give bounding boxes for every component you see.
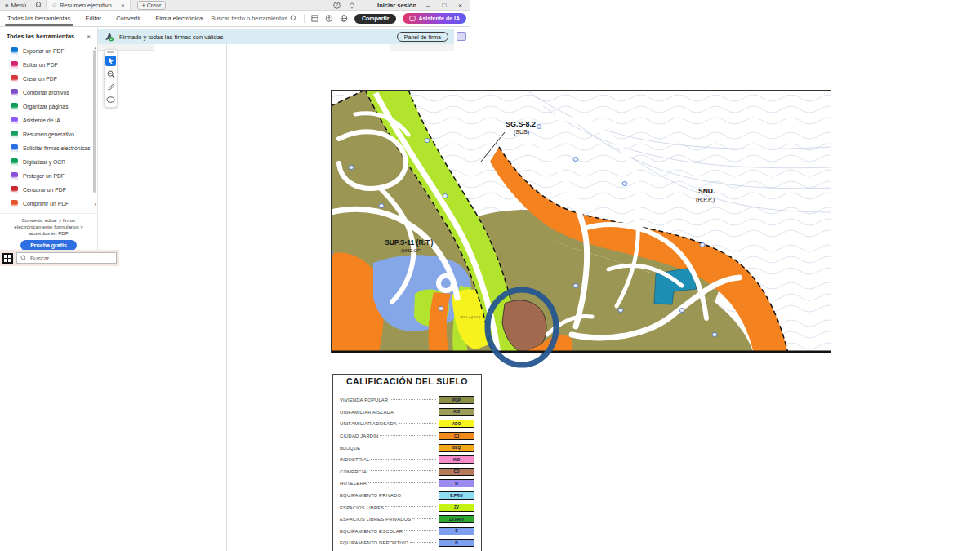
toolbar-menu-firma-electrónica[interactable]: Firma electrónica (149, 11, 211, 26)
tool-label: Proteger un PDF (23, 173, 65, 179)
maximize-button[interactable]: □ (439, 2, 448, 9)
create-tab-button[interactable]: + Crear (137, 1, 167, 10)
legend-swatch: POP (439, 396, 474, 404)
map-label-snu: SNU. (698, 187, 715, 195)
legend-label: EQUIPAMIENTO DEPORTIVO (340, 540, 408, 545)
apps-grid-icon[interactable] (363, 2, 370, 9)
legend-swatch: AIS (439, 408, 474, 416)
legend-swatch: E (439, 527, 474, 535)
start-button[interactable] (2, 253, 13, 264)
drag-handle[interactable] (107, 51, 114, 53)
tool-label: Organizar páginas (23, 104, 69, 109)
page-thumbnails-icon[interactable] (311, 15, 318, 22)
hamburger-icon: ≡ (5, 2, 8, 9)
toolbar-menu-editar[interactable]: Editar (78, 11, 109, 26)
tool-item[interactable]: Organizar páginas (0, 100, 97, 113)
panel-scrollbar[interactable] (93, 50, 96, 193)
close-window-button[interactable]: × (456, 2, 465, 9)
help-icon[interactable]: ? (333, 2, 341, 9)
legend-row: EQUIPAMIENTO ESCOLARE (340, 526, 474, 538)
home-button[interactable] (31, 0, 46, 10)
tool-item[interactable]: Editar un PDF (0, 58, 97, 72)
legend-leader (371, 470, 436, 471)
tool-item[interactable]: Solicitar firmas electrónicas (0, 141, 97, 155)
notifications-bell-icon[interactable] (348, 2, 355, 9)
legend-leader (399, 423, 436, 424)
tool-item[interactable]: Comprimir un PDF (0, 197, 97, 211)
map-label-yellow: ADO o (LDO) (460, 315, 481, 319)
pen-icon (107, 83, 115, 91)
panel-title: Todas las herramientas (7, 33, 74, 40)
minimize-button[interactable]: – (424, 2, 432, 9)
legend-row: COMERCIALCO (340, 466, 474, 478)
search-input[interactable]: Buscar texto o herramientas (211, 15, 297, 22)
share-button[interactable]: Compartir (354, 14, 396, 24)
legend-leader (395, 411, 436, 411)
legend-rows: VIVIENDA POPULARPOPUNIFAMILIAR AISLADAAI… (333, 389, 481, 551)
signature-panel-button[interactable]: Panel de firma (397, 32, 448, 42)
tool-icon (11, 200, 18, 207)
tools-list: Exportar un PDFEditar un PDFCrear un PDF… (0, 44, 97, 211)
zoom-tool-button[interactable] (105, 69, 116, 79)
tab-close-icon[interactable]: × (121, 2, 125, 9)
taskbar-search-placeholder: Buscar (30, 255, 49, 262)
tool-item[interactable]: Censurar un PDF (0, 183, 97, 197)
plus-icon: + (142, 2, 145, 8)
promo-text: Convertir, editar y firmar electrónicame… (0, 213, 97, 236)
tool-label: Comprimir un PDF (23, 201, 69, 207)
tool-item[interactable]: Combinar archivos (0, 86, 97, 100)
select-tool-button[interactable] (105, 56, 116, 66)
panel-close-icon[interactable]: × (87, 33, 91, 40)
tool-label: Crear un PDF (23, 76, 57, 82)
tool-icon (11, 75, 18, 82)
toolbar-menu-convertir[interactable]: Convertir (109, 11, 148, 26)
map-label-sg-sub: (SUS) (514, 129, 529, 136)
menu-button[interactable]: ≡ Menú (0, 0, 31, 10)
comment-tool-button[interactable] (105, 95, 116, 105)
legend-row: ESPACIOS LIBRES PRIVADOSZV.PRIV (340, 513, 474, 526)
ai-assistant-label: Asistente de IA (418, 16, 460, 21)
all-tools-panel: Todas las herramientas × Exportar un PDF… (0, 27, 98, 250)
legend-swatch: ADO (439, 420, 474, 428)
legend-swatch: CJ (439, 432, 474, 440)
signature-message: Firmado y todas las firmas son válidas (119, 33, 224, 41)
side-panel-icon[interactable] (457, 32, 466, 41)
upload-share-icon[interactable] (325, 15, 333, 22)
tool-item[interactable]: Resumen generativo (0, 127, 97, 141)
toolbar-menu: Todas las herramientasEditarConvertirFir… (0, 11, 210, 26)
comment-oval-icon (106, 96, 115, 104)
legend-leader (412, 518, 436, 519)
magnifier-icon (107, 70, 115, 78)
legend-row: INDUSTRIALIND (340, 454, 474, 466)
divider (304, 14, 305, 23)
legend-leader (403, 495, 436, 495)
legend-leader (380, 435, 436, 436)
home-icon (35, 1, 42, 9)
globe-print-icon[interactable] (340, 15, 348, 22)
zoning-map: SG.S-8.2 (SUS) SNU. (R.P.P.) SUP.S-11 (R… (331, 90, 831, 353)
legend-leader (385, 506, 436, 507)
tool-icon (11, 47, 18, 55)
document-tab[interactable]: ☆ Resumen ejecutivo ... × (46, 0, 131, 10)
ai-assistant-button[interactable]: Asistente de IA (403, 13, 466, 24)
pen-tool-button[interactable] (105, 82, 116, 92)
sign-in-button[interactable]: Iniciar sesión (377, 2, 416, 9)
panel-scroll-down-icon[interactable]: ▾ (94, 202, 96, 207)
favorite-star-icon[interactable]: ☆ (51, 2, 57, 9)
tool-item[interactable]: Asistente de IA (0, 113, 97, 127)
legend-label: EQUIPAMIENTO PRIVADO (340, 493, 401, 498)
tool-item[interactable]: Proteger un PDF (0, 169, 97, 183)
legend-label: UNIFAMILIAR ADOSADA (340, 421, 397, 426)
tool-item[interactable]: Digitalizar y OCR (0, 155, 97, 169)
toolbar-menu-todas-las-herramientas[interactable]: Todas las herramientas (0, 11, 78, 26)
legend-row: CIUDAD JARDINCJ (340, 430, 474, 442)
tool-label: Asistente de IA (23, 118, 60, 123)
title-bar: ≡ Menú ☆ Resumen ejecutivo ... × + Crear… (0, 0, 470, 11)
tool-item[interactable]: Exportar un PDF (0, 44, 97, 58)
tool-item[interactable]: Crear un PDF (0, 72, 97, 86)
taskbar-search-input[interactable]: Buscar (16, 252, 117, 264)
legend-leader (404, 530, 436, 531)
tool-icon (11, 186, 18, 193)
legend-leader (390, 399, 436, 400)
page-edge-divider (226, 44, 227, 551)
